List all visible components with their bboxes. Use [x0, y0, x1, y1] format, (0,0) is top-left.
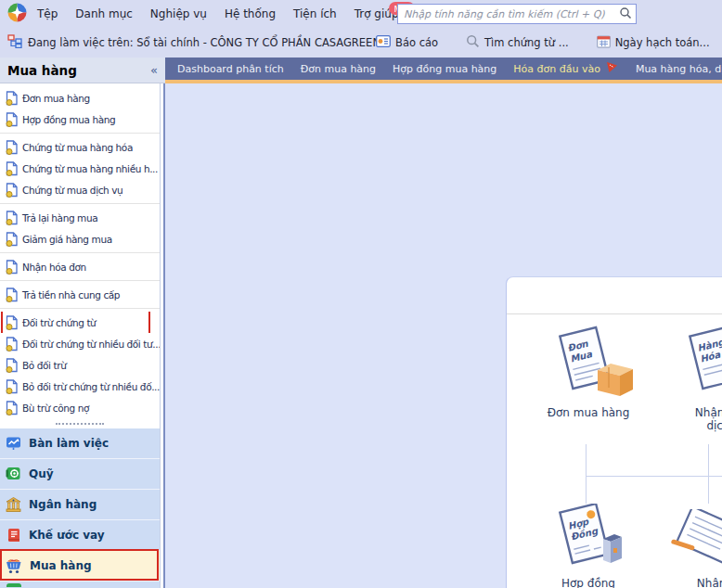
sidebar-header: Mua hàng « [0, 58, 165, 83]
sidebar-item-tra-tien-nha-cung-cap[interactable]: Trả tiền nhà cung cấp [0, 284, 160, 305]
document-icon [6, 288, 18, 302]
sidebar-item-don-mua-hang[interactable]: Đơn mua hàng [0, 87, 160, 109]
item-label: Chứng từ mua hàng nhiều h... [22, 163, 158, 174]
connector-line [586, 444, 587, 504]
item-label: Nhận hóa đơn [22, 262, 86, 273]
sidebar-item-bo-doi-tru[interactable]: Bỏ đối trừ [0, 354, 160, 376]
menu-utilities[interactable]: Tiện ích [293, 7, 337, 20]
item-label: Bỏ đối trừ [22, 360, 66, 371]
section-ngan-hang[interactable]: Ngân hàng [0, 490, 160, 520]
main-menu: Tệp Danh mục Nghiệp vụ Hệ thống Tiện ích… [37, 7, 399, 20]
app-logo-icon[interactable] [7, 3, 27, 25]
flow-node-nhan-hoa-don[interactable]: Nhận hó [664, 509, 722, 588]
divider [0, 308, 160, 309]
sidebar-collapse-icon[interactable]: « [150, 63, 158, 77]
menu-catalog[interactable]: Danh mục [75, 7, 133, 20]
report-button[interactable]: Báo cáo [376, 35, 438, 50]
sidebar-item-chung-tu-mua-hang-hoa[interactable]: Chứng từ mua hàng hóa [0, 136, 160, 158]
safe-icon [6, 467, 21, 481]
document-icon [6, 358, 18, 373]
document-icon [6, 337, 18, 352]
item-label: Đối trừ chứng từ [22, 317, 96, 328]
divider [0, 280, 160, 281]
sidebar-sections: Bàn làm việc Quỹ [0, 428, 160, 588]
item-label: Bỏ đối trừ chứng từ nhiều đố... [22, 381, 160, 392]
sidebar-item-chung-tu-mua-hang-nhieu[interactable]: Chứng từ mua hàng nhiều h... [0, 158, 160, 179]
menu-operations[interactable]: Nghiệp vụ [150, 7, 207, 20]
main-area: Đơn Mua Đơn mua hàng Hàng Hóa [167, 83, 722, 588]
section-label: Quỹ [29, 467, 54, 480]
divider [0, 133, 160, 134]
shopping-cart-icon [6, 558, 22, 574]
tab-dashboard[interactable]: Dashboard phân tích [169, 63, 292, 75]
sidebar-list: Đơn mua hàng Hợp đồng mua hàng Chứng từ … [0, 83, 160, 418]
sidebar-item-doi-tru-chung-tu-nhieu[interactable]: Đối trừ chứng từ nhiều đối tư... [0, 333, 160, 354]
feature-search-input[interactable] [404, 8, 619, 20]
context-toolbar: Đang làm việc trên: Sổ tài chính - CÔNG … [0, 28, 722, 58]
item-label: Trả tiền nhà cung cấp [22, 289, 120, 300]
working-on[interactable]: Đang làm việc trên: Sổ tài chính - CÔNG … [7, 34, 380, 51]
report-label: Báo cáo [395, 36, 438, 49]
dashboard-board-icon [6, 436, 21, 451]
sidebar-item-nhan-hoa-don[interactable]: Nhận hóa đơn [0, 256, 160, 277]
partial-green-icon [6, 583, 21, 587]
divider [0, 203, 160, 204]
sidebar-item-bu-tru-cong-no[interactable]: Bù trừ công nợ [0, 397, 160, 418]
working-on-label: Đang làm việc trên: Sổ tài chính - CÔNG … [28, 36, 380, 49]
item-label: Chứng từ mua dịch vụ [22, 185, 122, 196]
node-label: Nhận hà [663, 406, 722, 419]
flow-node-nhan-hang[interactable]: Hàng Hóa Nhận hà dịch [663, 326, 722, 432]
document-icon [6, 112, 18, 127]
tab-mua-hang-hoa-dich-vu[interactable]: Mua hàng hóa, dịch vụ [627, 63, 722, 75]
menu-bar: Tệp Danh mục Nghiệp vụ Hệ thống Tiện ích… [0, 0, 722, 28]
contract-icon: Hợp Đồng [540, 504, 637, 570]
document-icon [6, 161, 18, 176]
sidebar-item-doi-tru-chung-tu[interactable]: Đối trừ chứng từ [0, 312, 160, 333]
receive-goods-icon: Hàng Hóa [670, 326, 722, 400]
item-label: Chứng từ mua hàng hóa [22, 142, 133, 153]
flow-node-hop-dong[interactable]: Hợp Đồng Hợp đồng [533, 504, 644, 588]
document-icon [6, 183, 18, 198]
menu-file[interactable]: Tệp [37, 7, 58, 20]
item-label: Đối trừ chứng từ nhiều đối tư... [22, 339, 160, 350]
loan-book-icon [6, 528, 21, 543]
sidebar-item-giam-gia-hang-mua[interactable]: Giảm giá hàng mua [0, 228, 160, 249]
tab-don-mua-hang[interactable]: Đơn mua hàng [292, 63, 384, 75]
section-quy[interactable]: Quỹ [0, 459, 160, 490]
sidebar-item-chung-tu-mua-dich-vu[interactable]: Chứng từ mua dịch vụ [0, 179, 160, 200]
find-voucher-button[interactable]: Tìm chứng từ ... [466, 34, 569, 51]
third-row: Mua hàng « Dashboard phân tích Đơn mua h… [0, 58, 722, 83]
document-icon [6, 211, 18, 225]
feature-search[interactable] [397, 4, 637, 24]
menu-system[interactable]: Hệ thống [225, 7, 276, 20]
sidebar-title: Mua hàng [7, 63, 77, 78]
section-khe-uoc-vay[interactable]: Khế ước vay [0, 520, 160, 551]
section-ban-lam-viec[interactable]: Bàn làm việc [0, 428, 160, 459]
invoice-clipboard-icon [669, 509, 722, 570]
sidebar-inner: Đơn mua hàng Hợp đồng mua hàng Chứng từ … [0, 83, 161, 588]
node-label: Nhận hó [664, 577, 722, 588]
sidebar-item-hop-dong-mua-hang[interactable]: Hợp đồng mua hàng [0, 109, 160, 130]
item-label: Trả lại hàng mua [22, 212, 97, 224]
tab-hoa-don-dau-vao-label: Hóa đơn đầu vào [513, 63, 600, 75]
report-icon [376, 35, 391, 50]
node-label: Đơn mua hàng [533, 406, 644, 419]
document-icon [6, 379, 18, 394]
tab-hoa-don-dau-vao[interactable]: Hóa đơn đầu vào [505, 60, 627, 77]
purchase-order-icon: Đơn Mua [540, 326, 637, 400]
item-label: Hợp đồng mua hàng [22, 114, 115, 125]
section-mua-hang[interactable]: Mua hàng [0, 551, 160, 582]
section-label: Ngân hàng [29, 498, 97, 511]
next-section-partial [0, 582, 160, 587]
sidebar-splitter[interactable] [0, 418, 160, 428]
section-label: Bàn làm việc [29, 437, 109, 450]
flow-node-don-mua-hang[interactable]: Đơn Mua Đơn mua hàng [533, 326, 644, 419]
search-icon[interactable] [619, 6, 632, 22]
item-label: Bù trừ công nợ [22, 403, 89, 414]
sidebar-item-bo-doi-tru-nhieu[interactable]: Bỏ đối trừ chứng từ nhiều đố... [0, 376, 160, 397]
workflow-panel: Đơn Mua Đơn mua hàng Hàng Hóa [506, 276, 722, 588]
sidebar-item-tra-lai-hang-mua[interactable]: Trả lại hàng mua [0, 207, 160, 228]
tab-hop-dong-mua-hang[interactable]: Hợp đồng mua hàng [384, 63, 505, 75]
posting-date-button[interactable]: Ngày hạch toán... [597, 35, 710, 51]
document-icon [6, 232, 18, 247]
